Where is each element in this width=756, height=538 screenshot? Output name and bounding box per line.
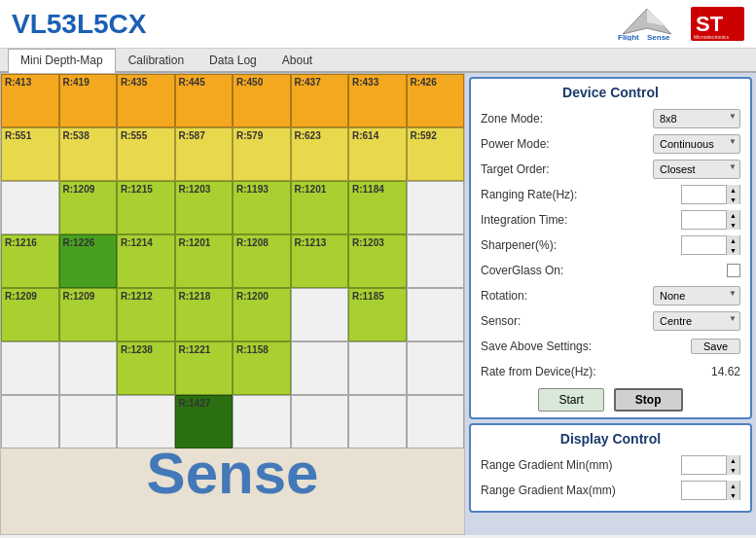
integration-time-label: Integration Time: — [481, 213, 617, 227]
grid-cell: R:433 — [348, 74, 407, 127]
tab-about[interactable]: About — [270, 49, 325, 71]
rotation-dropdown[interactable]: None — [653, 286, 740, 305]
rate-row: Rate from Device(Hz): 14.62 — [481, 361, 740, 382]
sharpener-label: Sharpener(%): — [481, 238, 617, 252]
integration-time-spinbox: 5 ▲ ▼ — [617, 210, 740, 230]
integration-time-row: Integration Time: 5 ▲ ▼ — [481, 209, 740, 231]
grid-cell: R:1427 — [175, 395, 234, 448]
grid-cell: R:1203 — [175, 181, 234, 234]
grid-cell: R:435 — [117, 74, 175, 127]
svg-text:ST: ST — [696, 12, 724, 36]
sharpener-spinbox-btns: ▲ ▼ — [726, 235, 739, 255]
save-button[interactable]: Save — [691, 339, 740, 354]
ranging-rate-spinbox: 15 ▲ ▼ — [617, 185, 740, 204]
coverglass-label: CoverGlass On: — [481, 264, 617, 277]
grid-row-1: R:551R:538R:555R:587R:579R:623R:614R:592 — [1, 127, 464, 181]
action-buttons: Start Stop — [481, 388, 740, 412]
grid-cell: R:426 — [407, 74, 465, 127]
range-min-label: Range Gradient Min(mm) — [481, 458, 617, 472]
tab-bar: Mini Depth-Map Calibration Data Log Abou… — [0, 49, 756, 73]
range-max-spinbox-btns: ▲ ▼ — [726, 481, 739, 500]
coverglass-row: CoverGlass On: — [481, 260, 740, 281]
target-order-dropdown[interactable]: Closest — [653, 160, 740, 179]
range-min-input[interactable]: 10 — [682, 456, 726, 474]
grid-cell — [407, 181, 465, 234]
start-button[interactable]: Start — [538, 388, 603, 412]
range-max-down[interactable]: ▼ — [726, 490, 739, 500]
sensor-row: Sensor: Centre — [481, 310, 740, 332]
grid-cell: R:1214 — [117, 234, 175, 288]
zone-mode-row: Zone Mode: 8x8 — [481, 108, 740, 129]
grid-cell: R:1209 — [59, 288, 118, 341]
ranging-rate-spinbox-btns: ▲ ▼ — [726, 185, 739, 204]
depth-map-panel: Flig ht Sense R:413R:419R:435R:445R:450R… — [0, 73, 465, 535]
target-order-row: Target Order: Closest — [481, 159, 740, 180]
rotation-row: Rotation: None — [481, 285, 740, 306]
sharpener-up[interactable]: ▲ — [726, 235, 739, 245]
st-logo: ST Microelectronics — [691, 7, 744, 41]
ranging-rate-up[interactable]: ▲ — [726, 185, 739, 195]
grid-cell: R:437 — [291, 74, 349, 127]
grid-row-3: R:1216R:1226R:1214R:1201R:1208R:1213R:12… — [1, 234, 464, 288]
power-mode-dropdown[interactable]: Continuous — [653, 134, 740, 154]
target-order-value: Closest — [617, 160, 740, 179]
grid-cell: R:1200 — [233, 288, 291, 341]
zone-mode-dropdown[interactable]: 8x8 — [653, 109, 740, 128]
range-max-input[interactable]: 2000 — [682, 482, 726, 499]
grid-row-5: R:1238R:1221R:1158 — [1, 341, 464, 395]
grid-cell — [407, 341, 465, 395]
grid-cell — [59, 341, 118, 395]
grid-cell: R:419 — [59, 74, 118, 127]
range-max-row: Range Gradient Max(mm) 2000 ▲ ▼ — [481, 480, 740, 501]
tab-mini-depth-map[interactable]: Mini Depth-Map — [8, 49, 116, 73]
stop-button[interactable]: Stop — [614, 388, 683, 412]
sensor-dropdown[interactable]: Centre — [653, 311, 740, 331]
range-min-spinbox-btns: ▲ ▼ — [726, 455, 739, 475]
grid-cell: R:1218 — [175, 288, 234, 341]
right-panel: Device Control Zone Mode: 8x8 Power Mode… — [465, 73, 756, 535]
app-header: VL53L5CX Flight Sense ST Microelectronic… — [0, 0, 756, 49]
integration-time-up[interactable]: ▲ — [726, 210, 739, 220]
range-max-spinbox: 2000 ▲ ▼ — [617, 481, 740, 500]
grid-cell — [348, 341, 407, 395]
ranging-rate-row: Ranging Rate(Hz): 15 ▲ ▼ — [481, 184, 740, 205]
save-settings-row: Save Above Settings: Save — [481, 336, 740, 357]
flightsense-logo: Flight Sense — [613, 7, 681, 41]
ranging-rate-label: Ranging Rate(Hz): — [481, 188, 617, 201]
power-mode-label: Power Mode: — [481, 137, 617, 151]
tab-calibration[interactable]: Calibration — [116, 49, 197, 71]
svg-text:Flight: Flight — [618, 33, 639, 41]
grid-cell — [1, 395, 59, 448]
grid-cell: R:555 — [117, 127, 175, 181]
integration-time-input[interactable]: 5 — [682, 211, 726, 229]
tab-data-log[interactable]: Data Log — [197, 49, 270, 71]
sensor-label: Sensor: — [481, 314, 617, 328]
sharpener-input[interactable]: 3 — [682, 236, 726, 254]
grid-cell — [117, 395, 175, 448]
grid-cell — [348, 395, 407, 448]
grid-cell: R:538 — [59, 127, 118, 181]
ranging-rate-down[interactable]: ▼ — [726, 195, 739, 204]
grid-cell: R:1185 — [348, 288, 407, 341]
grid-cell: R:1221 — [175, 341, 234, 395]
grid-cell — [291, 395, 349, 448]
zone-mode-label: Zone Mode: — [481, 112, 617, 126]
target-order-label: Target Order: — [481, 162, 617, 176]
integration-time-down[interactable]: ▼ — [726, 220, 739, 230]
svg-text:Microelectronics: Microelectronics — [694, 34, 730, 40]
range-max-up[interactable]: ▲ — [726, 481, 739, 490]
rate-value: 14.62 — [617, 365, 740, 378]
grid-row-6: R:1427 — [1, 395, 464, 448]
grid-cell — [1, 181, 59, 234]
range-min-up[interactable]: ▲ — [726, 455, 739, 465]
grid-cell: R:1201 — [175, 234, 234, 288]
range-min-down[interactable]: ▼ — [726, 465, 739, 475]
ranging-rate-input[interactable]: 15 — [682, 186, 726, 203]
grid-cell: R:551 — [1, 127, 59, 181]
coverglass-checkbox[interactable] — [727, 264, 740, 277]
display-control-box: Display Control Range Gradient Min(mm) 1… — [469, 423, 752, 513]
app-title: VL53L5CX — [12, 9, 147, 40]
grid-cell: R:1215 — [117, 181, 175, 234]
grid-cell: R:413 — [1, 74, 59, 127]
sharpener-down[interactable]: ▼ — [726, 245, 739, 255]
